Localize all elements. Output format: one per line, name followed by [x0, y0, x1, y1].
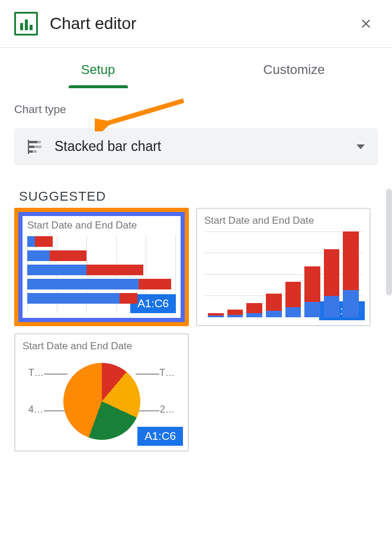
suggestion-title: Start Date and End Date — [27, 220, 176, 231]
pie-leader-label: 2… — [160, 404, 175, 415]
range-badge: A1:C6 — [137, 427, 183, 446]
close-icon — [359, 17, 373, 31]
suggestion-stacked-bar[interactable]: Start Date and End Date A1:C6 — [14, 208, 189, 326]
suggestion-stacked-column[interactable]: Start Date and End Date A1:C6 — [196, 208, 371, 326]
pie-leader-label: T… — [159, 368, 175, 378]
stacked-column-preview — [204, 231, 362, 317]
suggestion-title: Start Date and End Date — [23, 340, 181, 352]
tab-customize[interactable]: Customize — [196, 48, 392, 88]
suggestion-pie[interactable]: Start Date and End Date T… 4… T… 2… A1:C… — [14, 333, 189, 452]
svg-rect-6 — [29, 150, 33, 153]
stacked-bar-preview — [27, 236, 176, 313]
editor-header: Chart editor — [0, 0, 392, 48]
tab-setup[interactable]: Setup — [0, 48, 196, 88]
chart-logo-icon — [14, 12, 38, 36]
tab-bar: Setup Customize — [0, 48, 392, 89]
scrollbar-thumb[interactable] — [386, 189, 392, 295]
chart-type-section: Chart type — [0, 89, 392, 116]
close-button[interactable] — [354, 12, 378, 36]
chart-type-label: Chart type — [14, 103, 378, 116]
pie-leader-label: 4… — [28, 404, 43, 415]
suggestions-grid: Start Date and End Date A1:C6 Start Date… — [8, 208, 384, 452]
svg-rect-7 — [33, 150, 37, 153]
chart-type-dropdown[interactable]: Stacked bar chart — [14, 128, 378, 165]
suggested-section: SUGGESTED Start Date and End Date A1:C6 … — [0, 189, 392, 452]
chart-type-selected: Stacked bar chart — [54, 139, 356, 155]
suggested-label: SUGGESTED — [19, 189, 384, 204]
svg-rect-4 — [29, 146, 34, 148]
svg-rect-2 — [29, 141, 37, 143]
svg-rect-5 — [34, 146, 41, 148]
pie-leader-label: T… — [28, 368, 44, 378]
svg-rect-3 — [37, 141, 41, 143]
editor-title: Chart editor — [50, 14, 354, 33]
stacked-bar-icon — [27, 140, 44, 154]
chevron-down-icon — [356, 144, 365, 149]
suggestion-title: Start Date and End Date — [204, 215, 362, 227]
